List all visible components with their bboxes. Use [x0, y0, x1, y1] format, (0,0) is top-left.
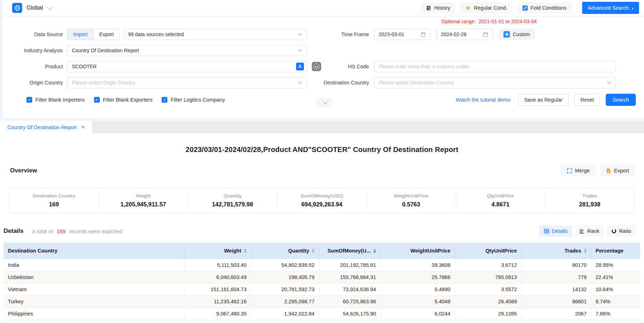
import-segment[interactable]: Import	[68, 29, 93, 40]
export-button[interactable]: Export	[600, 165, 635, 177]
table-row[interactable]: Uzbekistan6,040,603.49198,405.79155,766,…	[4, 271, 640, 283]
tutorial-link[interactable]: Watch the tutorial demo	[456, 97, 510, 103]
table-row[interactable]: Vietnam151,181,604.7320,781,592.7373,924…	[4, 283, 640, 295]
cell-value: 28.1285	[455, 308, 521, 320]
table-row[interactable]: Philippines9,067,480.351,942,022.8454,62…	[4, 308, 640, 320]
reset-button[interactable]: Reset	[574, 94, 600, 106]
export-segment[interactable]: Export	[93, 29, 119, 40]
globe-icon	[12, 3, 22, 13]
history-button[interactable]: History	[421, 2, 455, 14]
cell-value: 73,924,636.94	[319, 283, 380, 295]
sort-icon[interactable]	[312, 249, 315, 253]
column-header-destination-country: Destination Country	[4, 243, 184, 259]
checkbox-label: Filter Blank Importers	[35, 97, 85, 103]
stat-value: 281,938	[545, 201, 634, 208]
start-date-input[interactable]: 2023-03-01	[374, 29, 431, 40]
collapse-form-button[interactable]	[316, 98, 333, 107]
end-date-input[interactable]: 2024-02-28	[436, 29, 493, 40]
chevron-down-icon	[298, 33, 302, 36]
form-row-countries: Origin Country Please select Origin Coun…	[0, 77, 644, 88]
merge-icon	[567, 168, 572, 173]
merge-button[interactable]: Merge	[561, 165, 595, 177]
custom-range-button[interactable]: ✱ Custom	[498, 29, 535, 40]
overview-stat: QtyUnitPrice4.8671	[456, 193, 545, 208]
save-as-regular-button[interactable]: Save as Regular	[518, 94, 569, 106]
stat-label: Weight	[99, 193, 188, 199]
top-bar-actions: History Regular Cond. Fold Conditions Ad…	[421, 2, 639, 14]
view-rank-button[interactable]: Rank	[575, 225, 604, 237]
star-icon	[465, 5, 471, 11]
checkbox-label: Filter Blank Exporters	[103, 97, 153, 103]
export-icon	[606, 168, 611, 173]
view-rank-label: Rank	[587, 228, 599, 234]
optional-range-text: Optional range: 2021-01-01 to 2024-03-04	[442, 19, 537, 24]
advanced-search-label: Advanced Search	[588, 5, 629, 11]
data-sources-select[interactable]: 99 data sources selected	[123, 29, 307, 40]
cell-value: 54,626,175.90	[319, 308, 380, 320]
cell-value: 6,040,603.49	[184, 271, 251, 283]
region-label: Global	[26, 5, 43, 11]
checkbox-label: Filter Logitics Company	[171, 97, 225, 103]
merge-label: Merge	[575, 168, 590, 173]
view-ratio-label: Ratio	[619, 228, 631, 234]
column-header-quantity[interactable]: Quantity	[251, 243, 319, 259]
column-header-trades[interactable]: Trades	[521, 243, 591, 259]
cell-country: Uzbekistan	[4, 271, 184, 283]
top-bar: Global History Regular Cond. Fold Condit…	[0, 0, 644, 16]
cell-value: 26.4589	[455, 295, 521, 308]
hs-code-input[interactable]	[374, 61, 616, 72]
cell-value: 5.4048	[380, 295, 455, 308]
column-label: Destination Country	[8, 248, 58, 254]
region-selector[interactable]: Global	[12, 3, 51, 13]
cell-value: 25.7866	[380, 271, 455, 283]
bar-chart-icon	[580, 229, 585, 234]
search-button[interactable]: Search	[606, 94, 636, 106]
column-header-qtyunitprice: QtyUnitPrice	[455, 243, 521, 259]
industry-analysis-select[interactable]: Country Of Destination Report	[67, 45, 307, 56]
translate-icon[interactable]: A	[296, 63, 304, 70]
stat-value: 169	[9, 201, 99, 208]
chevron-down-icon	[47, 4, 53, 10]
view-ratio-button[interactable]: Ratio	[607, 225, 636, 237]
destination-country-select[interactable]: Please select Destination Country	[374, 77, 616, 88]
view-details-button[interactable]: Details	[539, 225, 572, 237]
chevron-right-icon: ›	[631, 5, 633, 11]
filter-blank-exporters-checkbox[interactable]: ✓ Filter Blank Exporters	[94, 97, 153, 103]
page: Global History Regular Cond. Fold Condit…	[0, 0, 644, 323]
stat-label: SumOfMoney(USD)	[277, 193, 367, 199]
cell-value: 0.4890	[380, 283, 455, 295]
column-header-sumofmoney-u[interactable]: SumOfMoney(U...	[319, 243, 380, 259]
sort-icon[interactable]	[373, 249, 376, 253]
calendar-icon	[421, 32, 426, 37]
custom-icon: ✱	[503, 31, 510, 38]
stat-value: 142,781,579.98	[188, 201, 277, 208]
product-input[interactable]	[67, 61, 307, 72]
filter-logitics-company-checkbox[interactable]: ✓ Filter Logitics Company	[162, 97, 225, 103]
stat-label: Destination Country	[9, 193, 99, 199]
origin-country-select[interactable]: Please select Origin Country	[67, 77, 307, 88]
synonym-expand-button[interactable]: ⇄	[312, 62, 321, 71]
table-header-row: Destination CountryWeightQuantitySumOfMo…	[4, 243, 640, 259]
fold-conditions-button[interactable]: Fold Conditions	[517, 2, 572, 14]
overview-stats-card: Destination Country169Weight1,205,945,91…	[9, 187, 635, 213]
column-label: Quantity	[288, 248, 309, 254]
overview-header: Overview Merge Export	[10, 165, 635, 177]
chevron-down-icon	[323, 99, 328, 104]
column-header-weight[interactable]: Weight	[184, 243, 251, 259]
divider	[577, 4, 577, 12]
table-row[interactable]: India5,111,503.4054,802,839.52201,192,78…	[4, 259, 640, 271]
filter-blank-importers-checkbox[interactable]: ✓ Filter Blank Importers	[26, 97, 85, 103]
advanced-search-button[interactable]: Advanced Search ›	[582, 2, 639, 14]
table-row[interactable]: Turkey11,235,462.162,295,098.7760,725,86…	[4, 295, 640, 308]
sort-icon[interactable]	[584, 249, 587, 253]
stat-label: WeightUnitPrice	[367, 193, 456, 199]
overview-stat: Quantity142,781,579.98	[188, 193, 277, 208]
close-icon[interactable]: ✕	[81, 124, 85, 130]
pie-chart-icon	[611, 229, 616, 234]
regular-cond-button[interactable]: Regular Cond.	[460, 2, 512, 14]
tab-label: Country Of Destination Report	[7, 124, 77, 130]
cell-country: Turkey	[4, 295, 184, 308]
tab-country-of-destination-report[interactable]: Country Of Destination Report ✕	[0, 121, 92, 133]
sort-icon[interactable]	[244, 249, 247, 253]
cell-country: India	[4, 259, 184, 271]
